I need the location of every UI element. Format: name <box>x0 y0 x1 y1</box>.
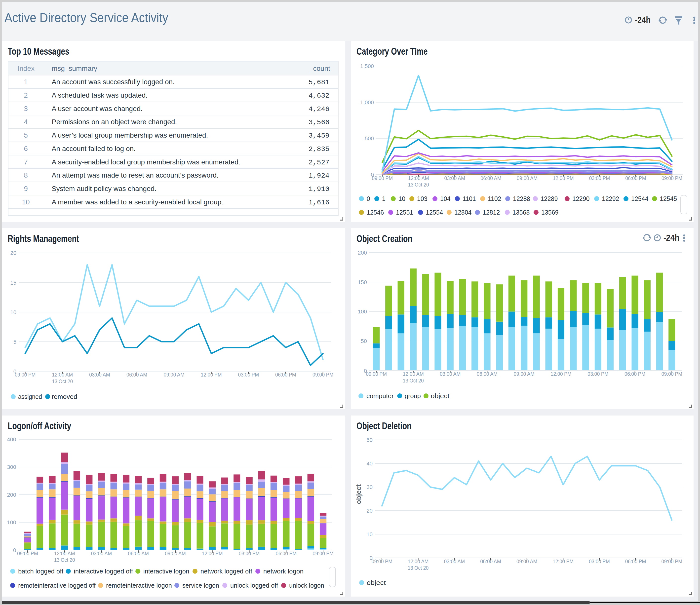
svg-text:10: 10 <box>10 309 17 316</box>
svg-text:12551: 12551 <box>396 209 413 216</box>
svg-text:06:00 AM: 06:00 AM <box>126 372 147 378</box>
svg-text:400: 400 <box>7 436 16 443</box>
svg-text:10: 10 <box>367 531 373 537</box>
svg-text:1,000: 1,000 <box>360 99 374 105</box>
svg-text:An attempt was made to reset a: An attempt was made to reset an account’… <box>52 171 219 179</box>
svg-text:13 Oct 20: 13 Oct 20 <box>52 378 73 384</box>
svg-text:_count: _count <box>309 65 330 72</box>
svg-text:09:00 PM: 09:00 PM <box>372 175 393 181</box>
svg-text:2,527: 2,527 <box>308 159 329 167</box>
svg-text:03:00 PM: 03:00 PM <box>588 371 608 377</box>
svg-text:batch logged off: batch logged off <box>18 568 63 575</box>
svg-text:0: 0 <box>367 195 370 202</box>
svg-text:object: object <box>355 484 362 504</box>
svg-text:unlock logged off: unlock logged off <box>230 582 278 589</box>
svg-text:10: 10 <box>398 195 405 202</box>
svg-text:40: 40 <box>367 460 373 467</box>
svg-text:13569: 13569 <box>541 209 559 216</box>
svg-text:13 Oct 20: 13 Oct 20 <box>408 565 428 571</box>
svg-text:09:00 PM: 09:00 PM <box>661 558 682 564</box>
svg-text:09:00 PM: 09:00 PM <box>661 175 682 181</box>
svg-text:03:00 PM: 03:00 PM <box>239 550 259 557</box>
svg-text:300: 300 <box>7 464 16 470</box>
svg-text:06:00 PM: 06:00 PM <box>625 175 646 181</box>
svg-text:3: 3 <box>24 105 28 112</box>
svg-text:6: 6 <box>24 145 28 152</box>
svg-text:100: 100 <box>358 308 367 315</box>
svg-text:09:00 PM: 09:00 PM <box>313 550 333 557</box>
svg-text:A user’s local group membershi: A user’s local group membership was enum… <box>52 131 208 139</box>
svg-text:interactive logon: interactive logon <box>143 568 189 575</box>
svg-text:12545: 12545 <box>660 195 677 202</box>
svg-text:500: 500 <box>365 135 374 142</box>
svg-text:An account was successfully lo: An account was successfully logged on. <box>52 78 175 86</box>
svg-text:12812: 12812 <box>483 209 500 216</box>
svg-text:09:00 AM: 09:00 AM <box>164 372 184 378</box>
svg-text:A security-enabled local group: A security-enabled local group membershi… <box>52 158 241 166</box>
svg-text:103: 103 <box>417 195 427 202</box>
svg-text:50: 50 <box>361 338 367 344</box>
svg-text:03:00 AM: 03:00 AM <box>444 558 465 564</box>
svg-text:06:00 PM: 06:00 PM <box>276 550 297 557</box>
svg-text:5: 5 <box>14 339 17 345</box>
svg-text:30: 30 <box>367 484 373 490</box>
svg-text:12292: 12292 <box>602 195 619 202</box>
svg-text:20: 20 <box>367 508 373 514</box>
svg-text:15: 15 <box>10 280 17 286</box>
svg-text:12:00 AM: 12:00 AM <box>408 558 428 564</box>
svg-text:06:00 AM: 06:00 AM <box>480 558 501 564</box>
svg-text:9: 9 <box>24 185 28 193</box>
svg-text:06:00 PM: 06:00 PM <box>624 371 645 377</box>
svg-text:12:00 PM: 12:00 PM <box>553 558 574 564</box>
svg-text:09:00 PM: 09:00 PM <box>661 371 682 377</box>
svg-text:0: 0 <box>13 547 16 553</box>
svg-text:1101: 1101 <box>462 195 476 202</box>
svg-text:09:00 PM: 09:00 PM <box>312 372 333 378</box>
svg-text:1102: 1102 <box>488 195 501 202</box>
svg-text:removed: removed <box>52 393 77 400</box>
svg-text:group: group <box>405 393 421 399</box>
svg-text:09:00 AM: 09:00 AM <box>517 558 537 564</box>
svg-text:remoteinteractive logged off: remoteinteractive logged off <box>18 582 96 589</box>
svg-text:10: 10 <box>22 198 29 206</box>
svg-text:12289: 12289 <box>541 195 558 202</box>
svg-text:03:00 AM: 03:00 AM <box>444 175 465 181</box>
svg-text:An account failed to log on.: An account failed to log on. <box>52 145 135 152</box>
svg-text:03:00 PM: 03:00 PM <box>589 175 610 181</box>
svg-text:13568: 13568 <box>512 209 530 216</box>
svg-text:20: 20 <box>10 250 17 256</box>
svg-text:03:00 AM: 03:00 AM <box>91 550 112 557</box>
svg-text:100: 100 <box>7 519 16 526</box>
svg-text:12554: 12554 <box>426 209 443 216</box>
svg-text:1: 1 <box>24 78 28 86</box>
svg-text:4,246: 4,246 <box>308 105 329 113</box>
svg-text:06:00 AM: 06:00 AM <box>480 175 501 181</box>
svg-text:Index: Index <box>18 65 35 72</box>
svg-text:7: 7 <box>24 158 28 166</box>
svg-text:12546: 12546 <box>367 209 384 216</box>
svg-text:3,566: 3,566 <box>308 119 329 126</box>
svg-text:interactive logged off: interactive logged off <box>74 568 133 575</box>
svg-text:09:00 AM: 09:00 AM <box>517 175 538 181</box>
svg-text:13 Oct 20: 13 Oct 20 <box>403 378 424 384</box>
svg-text:2: 2 <box>24 92 28 99</box>
svg-text:3,459: 3,459 <box>308 132 329 140</box>
svg-text:12288: 12288 <box>513 195 530 202</box>
svg-text:unlock logon: unlock logon <box>289 582 324 589</box>
svg-text:50: 50 <box>367 437 373 443</box>
svg-text:12290: 12290 <box>572 195 590 202</box>
svg-text:12:00 AM: 12:00 AM <box>408 175 429 181</box>
svg-text:1,924: 1,924 <box>308 172 329 180</box>
svg-text:09:00 AM: 09:00 AM <box>165 550 186 557</box>
svg-text:12:00 PM: 12:00 PM <box>201 372 222 378</box>
svg-text:09:00 PM: 09:00 PM <box>372 558 393 564</box>
svg-text:200: 200 <box>358 250 367 256</box>
svg-text:09:00 PM: 09:00 PM <box>15 372 35 378</box>
svg-text:12804: 12804 <box>454 209 472 216</box>
svg-text:4: 4 <box>24 118 28 126</box>
svg-text:03:00 PM: 03:00 PM <box>589 558 610 564</box>
svg-text:09:00 PM: 09:00 PM <box>17 550 38 557</box>
svg-text:06:00 PM: 06:00 PM <box>625 558 646 564</box>
svg-text:1,500: 1,500 <box>360 63 374 69</box>
svg-text:System audit policy was change: System audit policy was changed. <box>52 185 156 193</box>
